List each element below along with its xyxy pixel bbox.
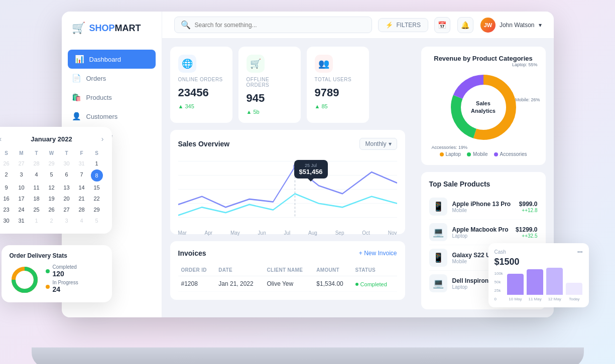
product-change-0: ++12.8 xyxy=(519,208,538,213)
user-profile[interactable]: JW John Watson ▾ xyxy=(480,18,542,33)
calendar-button[interactable]: 📅 xyxy=(434,17,450,33)
cal-day[interactable]: 16 xyxy=(0,194,14,204)
in-progress-label: In Progress xyxy=(53,280,78,285)
cal-day[interactable]: 14 xyxy=(75,183,89,193)
sidebar-item-products[interactable]: 🛍️ Products xyxy=(62,88,162,107)
completed-value: 120 xyxy=(53,270,77,278)
filter-label: FILTERS xyxy=(396,22,420,29)
cal-day[interactable]: 17 xyxy=(15,194,29,204)
cal-day[interactable]: 26 xyxy=(0,158,14,168)
cal-day[interactable]: 5 xyxy=(45,169,59,181)
cal-day[interactable]: 10 xyxy=(15,183,29,193)
status-label: Completed xyxy=(360,281,387,287)
product-price-1: $1299.0 ++32.5 xyxy=(516,226,537,239)
cal-day[interactable]: 12 xyxy=(45,183,59,193)
sidebar-item-orders[interactable]: 📄 Orders xyxy=(62,69,162,88)
logo-icon: 🛒 xyxy=(72,22,85,35)
completed-label: Completed xyxy=(53,264,77,270)
cash-more-icon[interactable]: ••• xyxy=(577,249,583,255)
cal-day[interactable]: 29 xyxy=(90,205,104,215)
online-orders-change: ▲ 345 xyxy=(178,103,224,109)
sidebar-item-customers[interactable]: 👤 Customers xyxy=(62,107,162,126)
invoice-amount: $1,534.00 xyxy=(313,276,352,292)
cal-day[interactable]: 1 xyxy=(90,158,104,168)
logo-mart: MART xyxy=(115,23,141,33)
cal-day[interactable]: 11 xyxy=(30,183,44,193)
cal-day[interactable]: 2 xyxy=(45,216,59,226)
donut-label-2: Analytics xyxy=(471,108,496,114)
laptop-screen: 🛒 SHOPMART 📊 Dashboard 📄 Orders 🛍️ Produ… xyxy=(62,12,554,317)
cal-day[interactable]: 20 xyxy=(60,194,74,204)
cal-day[interactable]: 13 xyxy=(60,183,74,193)
cal-day[interactable]: 7 xyxy=(75,169,89,181)
invoice-date: Jan 21, 2022 xyxy=(215,276,264,292)
sales-overview: Sales Overview Monthly ▾ 25 Jul $51,456 xyxy=(170,130,405,234)
cal-day[interactable]: 19 xyxy=(45,194,59,204)
product-info-1: Apple Macbook Pro Laptop xyxy=(452,226,511,239)
products-icon: 🛍️ xyxy=(72,93,81,102)
new-invoice-button[interactable]: + New Invoice xyxy=(359,250,397,257)
up-arrow-icon: ▲ xyxy=(247,109,252,115)
cal-day[interactable]: 28 xyxy=(75,205,89,215)
dropdown-icon: ▾ xyxy=(539,22,542,29)
cal-day-today[interactable]: 8 xyxy=(91,169,103,181)
product-info-0: Apple iPhone 13 Pro Mobile xyxy=(452,201,514,213)
donut-label-1: Sales xyxy=(476,100,490,106)
logo: 🛒 SHOPMART xyxy=(62,22,162,45)
cal-day[interactable]: 4 xyxy=(30,169,44,181)
search-bar[interactable]: 🔍 xyxy=(174,17,373,33)
cal-day[interactable]: 26 xyxy=(45,205,59,215)
product-price-val-0: $999.0 xyxy=(519,201,538,208)
filter-button[interactable]: ⚡ FILTERS xyxy=(378,18,428,32)
cal-day[interactable]: 22 xyxy=(90,194,104,204)
chart-legend: Laptop Mobile Accessories xyxy=(429,151,538,157)
cal-day[interactable]: 9 xyxy=(0,183,14,193)
cash-amount: $1500 xyxy=(495,257,583,267)
avatar: JW xyxy=(480,18,496,33)
cal-day[interactable]: 18 xyxy=(30,194,44,204)
cal-day[interactable]: 4 xyxy=(75,216,89,226)
dashboard-icon: 📊 xyxy=(75,55,84,64)
cal-day[interactable]: 6 xyxy=(60,169,74,181)
completed-dot xyxy=(46,269,50,273)
cal-day[interactable]: 27 xyxy=(15,158,29,168)
sidebar-item-dashboard[interactable]: 📊 Dashboard xyxy=(68,50,156,69)
legend-dot-mobile xyxy=(467,152,471,156)
day-name-t2: T xyxy=(60,149,74,157)
cal-day[interactable]: 31 xyxy=(75,158,89,168)
cal-day[interactable]: 27 xyxy=(60,205,74,215)
search-input[interactable] xyxy=(195,22,366,29)
cal-day[interactable]: 23 xyxy=(0,205,14,215)
cal-day[interactable]: 30 xyxy=(60,158,74,168)
delivery-title: Order Delivery Stats xyxy=(10,252,104,259)
cal-day[interactable]: 31 xyxy=(15,216,29,226)
cal-day[interactable]: 3 xyxy=(15,169,29,181)
product-cat-0: Mobile xyxy=(452,208,514,213)
cal-day[interactable]: 25 xyxy=(30,205,44,215)
sales-filter-dropdown[interactable]: Monthly ▾ xyxy=(359,138,397,150)
sidebar-label-dashboard: Dashboard xyxy=(89,56,121,63)
cal-prev[interactable]: ‹ xyxy=(0,135,2,143)
cal-day[interactable]: 3 xyxy=(60,216,74,226)
cal-day[interactable]: 24 xyxy=(15,205,29,215)
legend-accessories: Accessories xyxy=(494,151,527,157)
stat-cards: 🌐 ONLINE ORDERS 23456 ▲ 345 🛒 OFFLINE OR… xyxy=(170,47,405,123)
cal-day[interactable]: 5 xyxy=(90,216,104,226)
bar-label-2: 11 May xyxy=(528,297,541,301)
notification-button[interactable]: 🔔 xyxy=(457,17,473,33)
cal-day[interactable]: 21 xyxy=(75,194,89,204)
cal-day[interactable]: 15 xyxy=(90,183,104,193)
invoices-header: Invoices + New Invoice xyxy=(178,249,397,257)
cal-day[interactable]: 28 xyxy=(30,158,44,168)
cal-day[interactable]: 30 xyxy=(0,216,14,226)
cal-day[interactable]: 1 xyxy=(30,216,44,226)
cal-next[interactable]: › xyxy=(101,135,104,143)
day-name-m: M xyxy=(15,149,29,157)
legend-label-accessories: Accessories xyxy=(500,151,527,157)
user-name: John Watson xyxy=(500,22,535,29)
cal-day[interactable]: 2 xyxy=(0,169,14,181)
cal-day[interactable]: 29 xyxy=(45,158,59,168)
online-orders-label: ONLINE ORDERS xyxy=(178,77,224,82)
legend-label-laptop: Laptop xyxy=(446,151,461,157)
donut-center-label: Sales Analytics xyxy=(471,100,496,115)
